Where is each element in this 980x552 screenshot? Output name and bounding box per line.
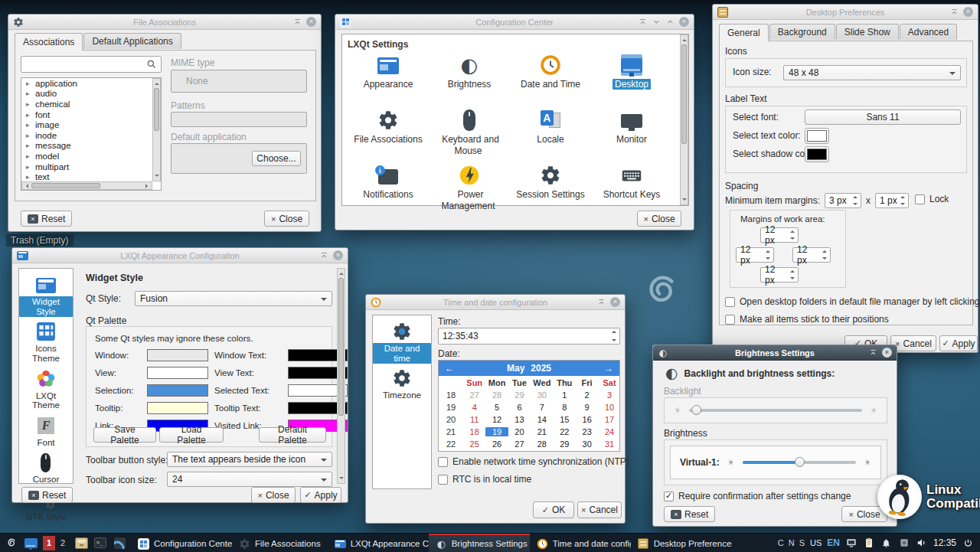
calendar-day[interactable]: 22 bbox=[554, 427, 576, 436]
rollup-icon[interactable] bbox=[949, 7, 959, 17]
calendar-day-selected[interactable]: 19 bbox=[485, 427, 508, 436]
workspace-2[interactable]: 2 bbox=[57, 536, 69, 550]
cc-item-locale[interactable]: ALocale bbox=[510, 106, 591, 162]
calendar-day[interactable]: 7 bbox=[531, 403, 553, 412]
cc-item-session-settings[interactable]: Session Settings bbox=[510, 162, 591, 217]
search-input[interactable] bbox=[21, 56, 162, 73]
calendar-day[interactable]: 23 bbox=[576, 427, 598, 436]
tree-item-image[interactable]: ▸image bbox=[21, 119, 161, 130]
apply-button[interactable]: ✓Apply bbox=[939, 335, 978, 351]
rollup-icon[interactable] bbox=[868, 348, 878, 358]
calendar-day[interactable]: 2 bbox=[576, 390, 598, 400]
cc-item-keyboard-and-mouse[interactable]: Keyboard and Mouse bbox=[429, 106, 510, 162]
toolbar-style-combobox[interactable]: The text appears beside the icon bbox=[167, 452, 332, 467]
tab-default-applications[interactable]: Default Applications bbox=[83, 33, 181, 49]
notifications-bell-icon[interactable] bbox=[880, 537, 893, 549]
sidebar-item-font[interactable]: FFont bbox=[34, 416, 57, 449]
tree-item-chemical[interactable]: ▸chemical bbox=[21, 99, 161, 109]
load-palette-button[interactable]: Load Palette bbox=[159, 427, 224, 443]
lock-checkbox[interactable]: Lock bbox=[915, 194, 949, 204]
cc-item-date-and-time[interactable]: Date and Time bbox=[510, 51, 591, 106]
open-folders-checkbox[interactable]: Open desktop folders in default file man… bbox=[725, 296, 980, 307]
titlebar-file-associations[interactable]: File Associations × bbox=[8, 15, 321, 30]
minimize-icon[interactable] bbox=[652, 17, 662, 27]
calendar-day[interactable]: 4 bbox=[463, 403, 485, 412]
margin-y-spinbox[interactable]: 1 px bbox=[875, 193, 909, 208]
calendar-day[interactable]: 31 bbox=[598, 439, 620, 449]
terminal-icon[interactable]: >_ bbox=[93, 536, 107, 550]
titlebar-appearance[interactable]: LXQt Appearance Configuration × bbox=[12, 248, 348, 263]
ok-button[interactable]: ✓OK bbox=[533, 501, 574, 518]
work-margin-left-spinbox[interactable]: 12 px bbox=[736, 247, 774, 263]
text-color-button[interactable] bbox=[805, 128, 829, 144]
calendar-day[interactable]: 13 bbox=[508, 415, 531, 424]
network-icon[interactable] bbox=[845, 537, 858, 549]
brightness-slider[interactable] bbox=[743, 461, 856, 464]
tab-background[interactable]: Background bbox=[769, 24, 835, 40]
icon-size-combobox[interactable]: 48 x 48 bbox=[783, 65, 961, 80]
close-icon[interactable]: × bbox=[610, 297, 620, 307]
titlebar-time-date[interactable]: Time and date configuration × bbox=[366, 295, 625, 310]
tree-item-message[interactable]: ▸message bbox=[21, 141, 161, 152]
calendar-day[interactable]: 3 bbox=[598, 390, 620, 400]
sidebar-item-timezone[interactable]: Timezone bbox=[380, 368, 424, 401]
margin-x-spinbox[interactable]: 3 px bbox=[825, 193, 861, 208]
close-button[interactable]: × Close bbox=[264, 211, 309, 227]
tab-slide-show[interactable]: Slide Show bbox=[836, 24, 899, 40]
task-file-associations[interactable]: File Associations bbox=[232, 534, 328, 552]
calendar-day[interactable]: 6 bbox=[508, 403, 531, 412]
show-desktop-icon[interactable] bbox=[24, 536, 38, 550]
work-margin-top-spinbox[interactable]: 12 px bbox=[760, 227, 799, 243]
calendar-next-icon[interactable]: → bbox=[604, 363, 613, 374]
sidebar-item-date-and-time[interactable]: Date and time bbox=[373, 322, 431, 364]
calendar-day[interactable]: 26 bbox=[485, 439, 508, 449]
desktop-icon-trash[interactable]: Trash (Empty) bbox=[6, 234, 74, 247]
reset-button[interactable]: × Reset bbox=[21, 211, 72, 227]
palette-swatch-window[interactable] bbox=[147, 349, 208, 361]
titlebar-desktop-preferences[interactable]: Desktop Preferences × bbox=[713, 5, 978, 20]
power-icon[interactable] bbox=[962, 537, 974, 549]
time-input[interactable]: 12:35:43 bbox=[438, 328, 620, 345]
rollup-icon[interactable] bbox=[596, 297, 606, 307]
calendar-prev-icon[interactable]: ← bbox=[445, 363, 454, 374]
palette-swatch-selection[interactable] bbox=[147, 384, 208, 397]
tree-item-application[interactable]: ▸application bbox=[21, 78, 161, 89]
close-button[interactable]: × Close bbox=[637, 211, 681, 227]
rollup-icon[interactable] bbox=[292, 17, 302, 27]
calendar-day[interactable]: 30 bbox=[576, 439, 598, 449]
tree-item-text[interactable]: ▸text bbox=[21, 171, 161, 182]
calendar-day[interactable]: 21 bbox=[531, 427, 553, 436]
rollup-icon[interactable] bbox=[319, 250, 329, 260]
titlebar-brightness[interactable]: ◐ Brightness Settings × bbox=[653, 345, 897, 361]
rollup-icon[interactable] bbox=[638, 17, 648, 27]
cc-item-brightness[interactable]: ◐Brightness bbox=[429, 51, 510, 106]
confirm-checkbox[interactable]: Require confirmation after settings chan… bbox=[664, 491, 851, 501]
cc-item-file-associations[interactable]: File Associations bbox=[348, 106, 429, 162]
select-font-button[interactable]: Sans 11 bbox=[805, 109, 961, 125]
cc-item-notifications[interactable]: iNotifications bbox=[348, 162, 429, 217]
cc-item-shortcut-keys[interactable]: Shortcut Keys bbox=[591, 162, 672, 217]
calendar-year[interactable]: 2025 bbox=[531, 363, 551, 374]
close-icon[interactable]: × bbox=[333, 250, 343, 260]
fa-tree-hscrollbar[interactable] bbox=[21, 181, 152, 190]
calendar-day[interactable]: 29 bbox=[554, 439, 576, 449]
palette-swatch-tooltip[interactable] bbox=[147, 402, 208, 414]
keyboard-layout[interactable]: US bbox=[810, 538, 822, 547]
qt-style-combobox[interactable]: Fusion bbox=[135, 291, 332, 306]
language-indicator[interactable]: EN bbox=[827, 537, 840, 548]
calendar-day[interactable]: 28 bbox=[485, 390, 508, 400]
close-icon[interactable]: × bbox=[679, 17, 689, 27]
calendar-day[interactable]: 27 bbox=[508, 439, 531, 449]
calendar-day[interactable]: 24 bbox=[598, 427, 620, 436]
calendar-day[interactable]: 16 bbox=[576, 415, 598, 424]
calendar-day[interactable]: 5 bbox=[485, 403, 508, 412]
close-button[interactable]: ×Close bbox=[251, 487, 296, 503]
calendar-day[interactable]: 9 bbox=[576, 403, 598, 412]
fa-tree-vscrollbar[interactable] bbox=[152, 78, 161, 181]
clipboard-icon[interactable] bbox=[863, 537, 875, 549]
backlight-slider[interactable] bbox=[689, 409, 862, 412]
tree-item-model[interactable]: ▸model bbox=[21, 151, 161, 162]
cc-item-monitor[interactable]: Monitor bbox=[591, 106, 672, 162]
task-time-and-date-config[interactable]: Time and date config... bbox=[530, 534, 631, 552]
cc-item-appearance[interactable]: Appearance bbox=[348, 51, 429, 106]
